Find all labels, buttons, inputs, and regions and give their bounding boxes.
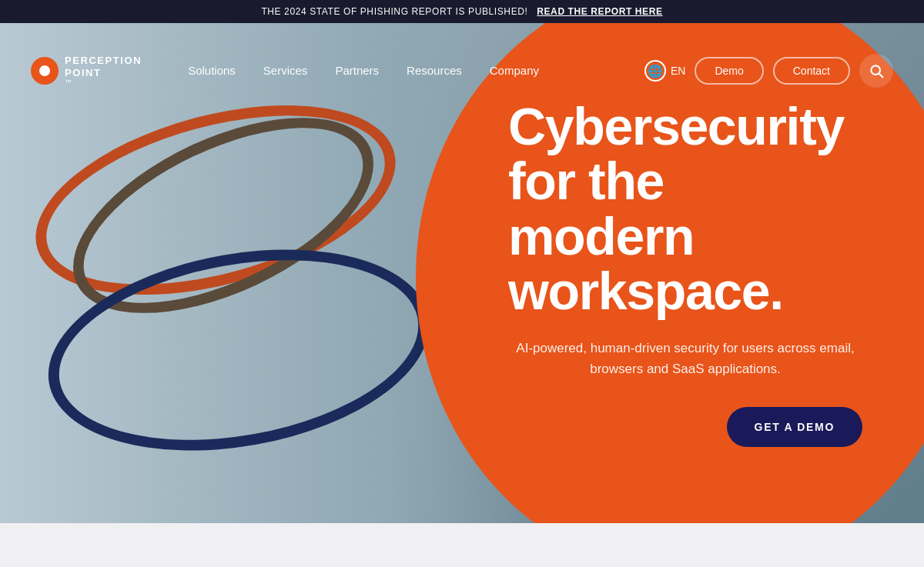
announcement-link[interactable]: READ THE REPORT HERE — [537, 6, 662, 17]
nav-item-resources[interactable]: Resources — [407, 64, 462, 78]
nav-link-resources[interactable]: Resources — [407, 64, 462, 77]
headline-line1: Cybersecurity — [508, 97, 844, 155]
logo[interactable]: PERCEPTION POINT™ — [31, 55, 142, 87]
headline-line3: workspace. — [508, 262, 783, 320]
hero-section: PERCEPTION POINT™ Solutions Services Par… — [0, 23, 924, 523]
hero-subtext: AI-powered, human-driven security for us… — [508, 338, 862, 379]
hero-content: Cybersecurity for the modern workspace. … — [447, 23, 924, 523]
search-icon — [869, 63, 884, 78]
bottom-section: Protect more. — [0, 523, 924, 567]
nav-item-solutions[interactable]: Solutions — [188, 64, 236, 78]
headline-line2: for the modern — [508, 152, 694, 265]
nav-item-partners[interactable]: Partners — [335, 64, 379, 78]
hero-cta-button[interactable]: GET A DEMO — [727, 407, 862, 447]
nav-right: 🌐 EN Demo Contact — [644, 54, 893, 88]
search-button[interactable] — [859, 54, 893, 88]
nav-link-company[interactable]: Company — [490, 64, 539, 77]
nav-links: Solutions Services Partners Resources Co… — [188, 64, 644, 78]
lang-label: EN — [671, 65, 685, 77]
hero-headline: Cybersecurity for the modern workspace. — [508, 99, 862, 319]
logo-text: PERCEPTION POINT™ — [65, 55, 142, 87]
nav-link-solutions[interactable]: Solutions — [188, 64, 236, 77]
navbar: PERCEPTION POINT™ Solutions Services Par… — [0, 45, 924, 97]
nav-item-services[interactable]: Services — [263, 64, 308, 78]
nav-item-company[interactable]: Company — [490, 64, 539, 78]
nav-link-partners[interactable]: Partners — [335, 64, 379, 77]
nav-link-services[interactable]: Services — [263, 64, 308, 77]
demo-button[interactable]: Demo — [695, 57, 763, 85]
svg-line-3 — [879, 74, 883, 78]
announcement-bar: THE 2024 STATE OF PHISHING REPORT IS PUB… — [0, 0, 924, 23]
contact-button[interactable]: Contact — [773, 57, 850, 85]
announcement-text: THE 2024 STATE OF PHISHING REPORT IS PUB… — [261, 6, 527, 17]
language-button[interactable]: 🌐 EN — [644, 60, 685, 82]
logo-icon — [31, 57, 59, 85]
svg-point-1 — [39, 65, 50, 76]
globe-icon: 🌐 — [644, 60, 666, 82]
